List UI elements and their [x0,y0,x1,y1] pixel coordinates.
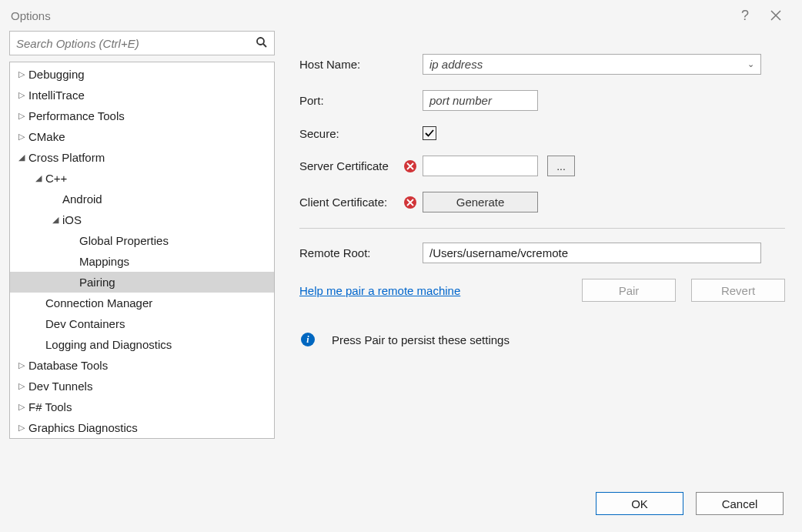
tree-item-label: Pairing [79,276,115,289]
tree-item-dev-tunnels[interactable]: ▷Dev Tunnels [10,376,274,396]
twisty-closed-icon: ▷ [16,132,27,142]
host-name-label: Host Name: [299,58,423,71]
tree-item-ios[interactable]: ◢iOS [10,209,274,230]
tree-item-dev-containers[interactable]: Dev Containers [10,313,274,334]
search-input[interactable] [16,37,256,50]
tree-item-global-properties[interactable]: Global Properties [10,230,274,251]
tree-item-android[interactable]: Android [10,189,274,209]
port-input[interactable]: port number [423,90,538,111]
search-icon [256,36,268,51]
secure-checkbox[interactable] [423,126,436,140]
tree-item-label: CMake [28,130,65,143]
tree-item-label: Performance Tools [28,109,125,122]
tree-item-label: Database Tools [28,359,108,372]
ok-button[interactable]: OK [596,492,683,515]
generate-button[interactable]: Generate [423,192,538,212]
tree-item-pairing[interactable]: Pairing [10,272,274,293]
twisty-open-icon: ◢ [50,215,61,225]
tree-item-cross-platform[interactable]: ◢Cross Platform [10,147,274,168]
remote-root-input[interactable]: /Users/username/vcremote [423,243,761,263]
host-name-value: ip address [429,58,483,71]
tree-item-f-tools[interactable]: ▷F# Tools [10,396,274,417]
search-input-wrap[interactable] [9,31,275,55]
check-icon [424,128,435,139]
titlebar: Options ? [0,0,802,31]
tree-item-label: Cross Platform [28,151,105,164]
tree-item-label: Global Properties [79,234,169,247]
pair-button[interactable]: Pair [582,279,676,302]
tree-item-label: iOS [62,213,82,226]
divider [299,228,785,229]
tree-item-label: Debugging [28,68,85,81]
port-label: Port: [299,94,423,107]
secure-label: Secure: [299,127,423,140]
tree-item-cmake[interactable]: ▷CMake [10,126,274,147]
svg-line-1 [263,44,266,47]
twisty-open-icon: ◢ [16,152,27,162]
svg-point-0 [257,38,264,45]
window-title: Options [11,9,730,22]
tree-item-mappings[interactable]: Mappings [10,251,274,272]
browse-server-cert-button[interactable]: ... [547,156,575,176]
tree-item-label: IntelliTrace [28,89,85,102]
close-button[interactable] [760,0,791,31]
close-icon [770,10,781,21]
tree-item-label: Dev Tunnels [28,380,92,393]
info-icon: i [301,333,315,346]
tree-item-graphics-diagnostics[interactable]: ▷Graphics Diagnostics [10,417,274,438]
tree-item-label: Logging and Diagnostics [45,338,172,351]
cancel-button[interactable]: Cancel [696,492,784,515]
tree-item-label: Mappings [79,255,129,268]
tree-item-intellitrace[interactable]: ▷IntelliTrace [10,85,274,105]
twisty-closed-icon: ▷ [16,360,27,370]
host-name-combo[interactable]: ip address ⌄ [423,54,761,75]
tree-item-connection-manager[interactable]: Connection Manager [10,293,274,313]
twisty-open-icon: ◢ [33,173,44,183]
tree-item-label: Android [62,192,102,206]
twisty-closed-icon: ▷ [16,402,27,412]
tree-item-label: Connection Manager [45,296,152,309]
twisty-closed-icon: ▷ [16,381,27,391]
revert-button[interactable]: Revert [691,279,785,302]
twisty-closed-icon: ▷ [16,423,27,433]
server-cert-label: Server Certificate [299,159,403,172]
tree-item-label: Dev Containers [45,317,125,330]
options-tree[interactable]: ▷Debugging▷IntelliTrace▷Performance Tool… [9,62,275,439]
tree-item-label: C++ [45,172,67,185]
server-cert-input[interactable] [423,156,538,176]
client-cert-error-icon [403,196,418,209]
tree-item-debugging[interactable]: ▷Debugging [10,64,274,85]
pairing-panel: Host Name: ip address ⌄ Port: port numbe… [284,31,793,439]
tree-item-performance-tools[interactable]: ▷Performance Tools [10,105,274,126]
server-cert-error-icon [403,160,418,172]
tree-item-database-tools[interactable]: ▷Database Tools [10,355,274,376]
chevron-down-icon: ⌄ [747,59,754,69]
tree-item-c-[interactable]: ◢C++ [10,168,274,189]
port-value: port number [429,94,492,107]
twisty-closed-icon: ▷ [16,69,27,79]
help-button[interactable]: ? [730,0,760,31]
info-text: Press Pair to persist these settings [332,333,510,346]
tree-item-label: F# Tools [28,400,72,413]
remote-root-value: /Users/username/vcremote [429,246,568,259]
remote-root-label: Remote Root: [299,246,423,259]
twisty-closed-icon: ▷ [16,90,27,100]
client-cert-label: Client Certificate: [299,196,403,209]
twisty-closed-icon: ▷ [16,111,27,121]
tree-item-logging-and-diagnostics[interactable]: Logging and Diagnostics [10,334,274,355]
tree-item-label: Graphics Diagnostics [28,421,138,434]
help-pair-link[interactable]: Help me pair a remote machine [299,284,566,297]
